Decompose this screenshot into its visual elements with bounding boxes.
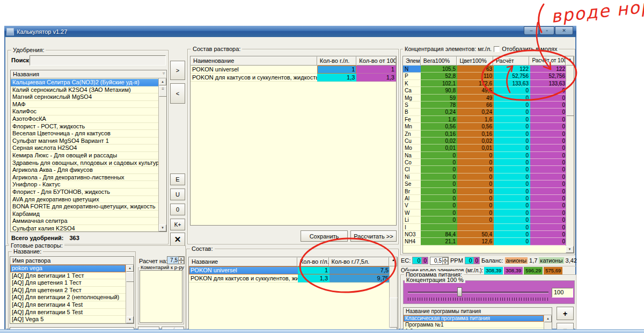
move-left-button[interactable]: < [170, 83, 185, 104]
col-total[interactable]: Кол-во г./7,5л. [329, 257, 389, 266]
scroll-down-icon[interactable]: ▼ [159, 225, 166, 231]
element-cell[interactable]: Na [403, 152, 421, 159]
element-cell[interactable]: 1,6 [421, 116, 457, 123]
element-cell[interactable]: 0,56 [457, 123, 494, 130]
col-element[interactable]: Элем... [403, 56, 421, 66]
element-cell[interactable]: 0 [494, 195, 530, 202]
element-row[interactable]: NO384,450,400 [403, 231, 574, 238]
element-cell[interactable]: I [403, 224, 421, 231]
element-cell[interactable]: NO3 [403, 231, 421, 238]
element-cell[interactable]: 0 [494, 173, 530, 180]
element-cell[interactable]: V [403, 202, 421, 209]
element-cell[interactable]: 0 [530, 195, 567, 202]
element-cell[interactable]: 0,16 [421, 131, 457, 137]
scroll-up-icon[interactable]: ▲ [389, 257, 397, 266]
spin-up-icon[interactable]: ▲ [178, 257, 184, 260]
element-row[interactable]: B0,240,2400 [403, 108, 574, 115]
element-cell[interactable]: 0,01 [457, 144, 494, 151]
element-cell[interactable]: 0 [494, 152, 530, 159]
element-cell[interactable]: 52,756 [494, 73, 530, 79]
col-name[interactable]: Наименование [191, 56, 317, 66]
element-cell[interactable]: 63 [457, 66, 494, 73]
element-cell[interactable]: 0 [421, 188, 457, 195]
element-cell[interactable]: 0 [457, 195, 494, 202]
fertilizer-row[interactable]: Агрикола - Для декоративно-лиственных [11, 174, 158, 182]
element-cell[interactable]: 0 [421, 216, 457, 223]
element-cell[interactable]: 0 [494, 202, 530, 209]
element-row[interactable]: V0000 [403, 202, 574, 209]
mix-pct-cell[interactable]: 1,3 [356, 74, 396, 82]
element-cell[interactable] [457, 224, 494, 231]
element-cell[interactable]: Co [403, 159, 421, 166]
col-name[interactable]: Название [189, 257, 297, 266]
ready-solution-row[interactable]: [AQ] Для вегитации 1 Тест [10, 272, 126, 280]
element-cell[interactable]: 0 [530, 123, 567, 130]
fertilizer-row[interactable]: АзотоФосКА [11, 115, 158, 123]
element-cell[interactable]: 0 [530, 131, 567, 137]
element-cell[interactable]: Al [403, 195, 421, 202]
scrollbar-thumb[interactable]: ≡ [159, 86, 167, 97]
element-cell[interactable]: 0 [494, 231, 530, 238]
element-cell[interactable]: 0 [494, 102, 530, 108]
element-cell[interactable]: Cl [403, 166, 421, 173]
element-cell[interactable]: 102,1 [421, 80, 457, 87]
mix-name-cell[interactable]: POKON universel [191, 66, 317, 74]
element-cell[interactable]: 0 [530, 202, 567, 209]
element-cell[interactable]: Li [403, 216, 421, 223]
save-button[interactable]: Сохранить [301, 230, 348, 242]
element-cell[interactable]: 0 [530, 180, 567, 187]
element-cell[interactable]: 0 [530, 238, 567, 245]
element-cell[interactable]: 52,8 [421, 73, 457, 79]
element-row[interactable]: Br0000 [403, 188, 574, 195]
fertilizer-row[interactable]: BONA FORTE для декоративно-цветущих, жид… [11, 203, 158, 211]
composition-total-cell[interactable]: 7,5 [330, 266, 390, 274]
bottom-composition-row[interactable]: POKON для кактусов и суккулентов, жидкос… [189, 274, 397, 283]
fertilizer-row[interactable]: Сульфат магния MgSO4 Вариант 1 [11, 137, 158, 145]
composition-total-cell[interactable]: 9,75 [330, 274, 390, 283]
element-cell[interactable]: 0 [530, 152, 567, 159]
composition-name-cell[interactable]: POKON для кактусов и суккулентов, жидкос… [189, 274, 298, 283]
element-cell[interactable]: 133,63 [530, 80, 567, 87]
element-cell[interactable]: 0 [530, 159, 567, 166]
element-cell[interactable]: 0 [530, 166, 567, 173]
element-cell[interactable]: W [403, 209, 421, 216]
element-cell[interactable]: 0,02 [421, 137, 457, 144]
fertilizer-row[interactable]: Серная кислота H2SO4 [11, 144, 158, 152]
element-row[interactable]: Cl0000 [403, 166, 574, 173]
col-vega[interactable]: Вега100% [421, 56, 457, 66]
mix-qty-cell[interactable]: 1,3 [317, 74, 357, 82]
ready-solution-row[interactable]: [AQ] Для цветения 1 Тест [10, 279, 126, 287]
element-cell[interactable]: Se [403, 180, 421, 187]
element-cell[interactable]: 90,8 [421, 87, 457, 94]
element-cell[interactable]: 133,63 [494, 80, 530, 87]
element-cell[interactable]: 0 [457, 166, 494, 173]
element-cell[interactable]: S [403, 102, 421, 108]
concentration-value-input[interactable]: 100 [552, 288, 573, 298]
element-row[interactable]: Al0000 [403, 195, 574, 202]
element-row[interactable]: Na0000 [403, 152, 574, 159]
slider-thumb[interactable] [457, 287, 462, 296]
program-row[interactable]: Программа №1 [404, 322, 544, 328]
element-cell[interactable]: 105,5 [421, 66, 457, 73]
element-cell[interactable]: 0 [457, 188, 494, 195]
element-row[interactable]: K102,1172,6133,63133,63 [403, 80, 574, 87]
composition-name-cell[interactable]: POKON universel [189, 266, 298, 274]
program-row[interactable]: Классическая программа питания [404, 315, 544, 322]
element-cell[interactable]: 0 [530, 173, 567, 180]
element-cell[interactable]: 122 [530, 66, 567, 73]
add-program-button[interactable]: + [557, 307, 574, 320]
element-cell[interactable]: 0 [421, 202, 457, 209]
element-cell[interactable]: 0 [457, 180, 494, 187]
element-cell[interactable]: Ca [403, 87, 421, 94]
fertilizer-list-header[interactable]: Названия ▿ [11, 70, 166, 78]
element-cell[interactable]: Zn [403, 131, 421, 137]
ready-solution-row[interactable]: [AQ] Для вегитации 5 Test [10, 309, 126, 316]
element-cell[interactable]: 21,1 [421, 238, 457, 245]
element-cell[interactable]: Ni [403, 173, 421, 180]
element-cell[interactable]: 0 [457, 216, 494, 223]
element-cell[interactable] [421, 224, 457, 231]
element-cell[interactable]: Br [403, 188, 421, 195]
element-cell[interactable]: 0 [421, 166, 457, 173]
element-cell[interactable]: 0 [530, 95, 567, 102]
element-cell[interactable]: 0,02 [457, 137, 494, 144]
